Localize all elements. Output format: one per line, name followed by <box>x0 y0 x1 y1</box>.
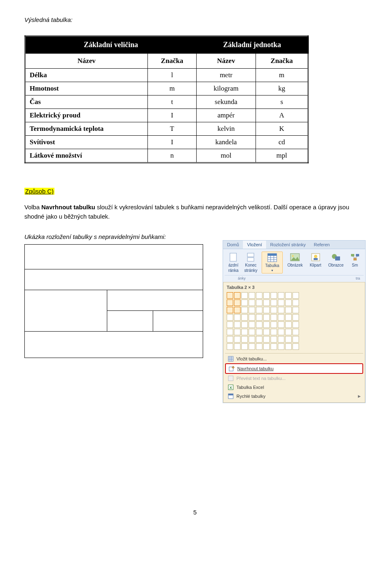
row-unit: kelvin <box>196 122 256 136</box>
svg-line-20 <box>353 256 355 258</box>
svg-rect-17 <box>351 254 354 256</box>
row-sym: I <box>148 109 197 122</box>
svg-point-11 <box>292 255 294 257</box>
row-sym: m <box>148 82 197 95</box>
quick-tables-icon <box>228 393 234 399</box>
demo-cell <box>25 269 203 290</box>
tab-references[interactable]: Referen <box>310 241 334 249</box>
table-row: Častsekundas <box>25 95 308 109</box>
svg-point-13 <box>314 255 317 258</box>
row-unit: mol <box>196 149 256 163</box>
page-break-button[interactable]: Konec stránky <box>242 252 260 273</box>
header-quantity: Základní veličina <box>25 36 197 54</box>
menu-insert-table[interactable]: Vložit tabulku... <box>225 354 363 363</box>
svg-rect-0 <box>230 253 236 261</box>
row-usym: cd <box>256 136 308 149</box>
svg-rect-2 <box>247 258 254 261</box>
pencil-table-icon <box>228 365 235 372</box>
shapes-icon <box>331 252 341 262</box>
group-pages: ánky <box>225 275 259 281</box>
menu-draw-table[interactable]: Navrhnout tabulku <box>225 363 363 374</box>
row-name: Hmotnost <box>25 82 148 95</box>
btn-label: stránky <box>244 268 257 273</box>
row-unit: kandela <box>196 136 256 149</box>
section-label: Způsob C) <box>24 188 366 195</box>
svg-text:X: X <box>230 386 232 390</box>
row-name: Čas <box>25 95 148 109</box>
excel-icon: X <box>228 384 234 391</box>
demo-cell <box>107 290 203 311</box>
btn-label: Tabulka <box>265 263 279 268</box>
menu-excel-table[interactable]: X Tabulka Excel <box>225 383 363 392</box>
table-row: Elektrický proudIampérA <box>25 109 308 122</box>
group-tables-blank <box>259 275 352 281</box>
demo-cell <box>25 245 203 269</box>
word-ribbon-screenshot: Domů Vložení Rozložení stránky Referen á… <box>223 240 366 403</box>
dropdown-menu: Vložit tabulku... Navrhnout tabulku Přev… <box>225 353 363 401</box>
btn-label: Sm <box>352 263 358 267</box>
table-row: Termodynamická teplotaTkelvinK <box>25 122 308 136</box>
row-usym: m <box>256 69 308 82</box>
dropdown-title: Tabulka 2 × 3 <box>225 284 363 291</box>
tab-page-layout[interactable]: Rozložení stránky <box>266 241 310 249</box>
irregular-table-demo <box>24 244 203 358</box>
shapes-button[interactable]: Obrazce <box>326 252 346 268</box>
btn-label: ázdní <box>228 263 238 267</box>
row-name: Délka <box>25 69 148 82</box>
row-usym: A <box>256 109 308 122</box>
ribbon-body: ázdní ránka Konec stránky Tabulka ▾ Obrá… <box>223 249 365 282</box>
svg-line-21 <box>355 256 358 258</box>
btn-label: Obrázek <box>287 263 303 267</box>
svg-rect-30 <box>228 376 233 381</box>
table-size-grid[interactable] <box>225 291 363 351</box>
subheader-symbol-1: Značka <box>148 54 197 69</box>
table-icon <box>267 253 277 263</box>
ribbon-tabs: Domů Vložení Rozložení stránky Referen <box>223 241 365 249</box>
row-name: Termodynamická teplota <box>25 122 148 136</box>
btn-label: Obrazce <box>328 263 344 267</box>
paragraph: Volba Navrhnout tabulku slouží k vykresl… <box>24 203 358 221</box>
smartart-icon <box>350 252 360 262</box>
demo-cell <box>25 332 203 358</box>
menu-label: Převést text na tabulku... <box>236 376 286 381</box>
smartart-button[interactable]: Sm <box>346 252 364 268</box>
blank-page-button[interactable]: ázdní ránka <box>225 252 242 273</box>
menu-convert-text: Převést text na tabulku... <box>225 374 363 383</box>
page-icon <box>228 252 238 262</box>
row-name: Elektrický proud <box>25 109 148 122</box>
subheader-name-1: Název <box>25 54 148 69</box>
submenu-arrow-icon: ▶ <box>358 394 361 398</box>
row-name: Látkové množství <box>25 149 148 163</box>
demo-cell <box>153 311 203 332</box>
btn-label: Klipart <box>310 263 321 267</box>
svg-rect-16 <box>335 256 340 260</box>
picture-button[interactable]: Obrázek <box>285 252 305 268</box>
page-number: 5 <box>24 509 366 516</box>
table-dropdown: Tabulka 2 × 3 Vložit tabulku... Navrhnou… <box>223 282 365 403</box>
convert-icon <box>228 375 234 382</box>
svg-rect-19 <box>353 258 357 260</box>
para-prefix: Volba <box>24 204 41 210</box>
clipart-button[interactable]: Klipart <box>305 252 325 268</box>
subheader-symbol-2: Značka <box>256 54 308 69</box>
row-sym: n <box>148 149 197 163</box>
demo-cell <box>107 311 153 332</box>
menu-label: Tabulka Excel <box>236 385 264 390</box>
row-unit: kilogram <box>196 82 256 95</box>
row-usym: mpl <box>256 149 308 163</box>
svg-rect-34 <box>228 394 233 395</box>
row-unit: ampér <box>196 109 256 122</box>
menu-label: Vložit tabulku... <box>236 356 267 361</box>
para-bold: Navrhnout tabulku <box>41 204 95 210</box>
menu-quick-tables[interactable]: Rychlé tabulky ▶ <box>225 392 363 401</box>
row-unit: sekunda <box>196 95 256 109</box>
row-sym: t <box>148 95 197 109</box>
svg-rect-22 <box>228 356 233 361</box>
menu-label: Navrhnout tabulku <box>237 366 273 371</box>
tab-insert[interactable]: Vložení <box>243 241 266 249</box>
tab-home[interactable]: Domů <box>223 241 243 249</box>
table-button[interactable]: Tabulka ▾ <box>262 252 283 273</box>
table-grid-icon <box>228 356 234 362</box>
header-unit: Základní jednotka <box>196 36 308 54</box>
row-unit: metr <box>196 69 256 82</box>
